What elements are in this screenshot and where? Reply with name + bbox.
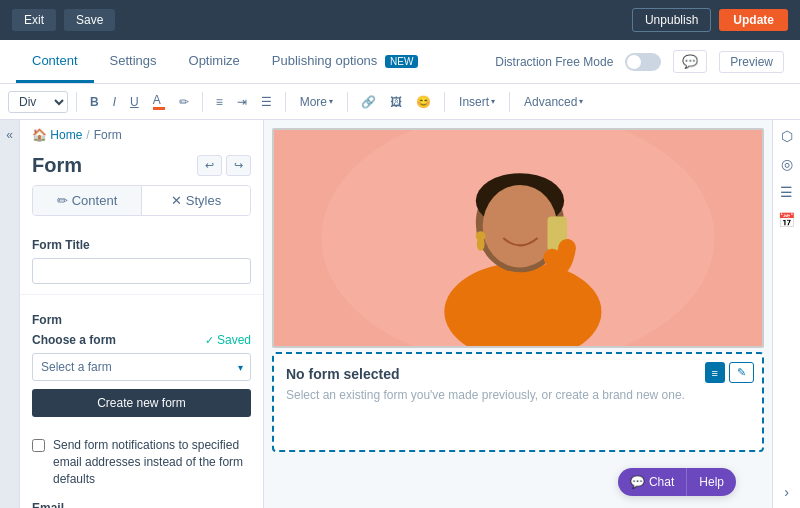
font-color-button[interactable]: A xyxy=(148,90,170,113)
create-form-button[interactable]: Create new form xyxy=(32,389,251,417)
svg-point-8 xyxy=(477,237,485,251)
editor-toolbar: Div B I U A ✏ ≡ ⇥ ☰ More ▾ 🔗 🖼 😊 Insert … xyxy=(0,84,800,120)
undo-button[interactable]: ↩ xyxy=(197,155,222,176)
chat-help-bar: 💬 Chat Help xyxy=(618,468,736,496)
tab-publishing[interactable]: Publishing options NEW xyxy=(256,41,435,83)
comment-icon-button[interactable]: 💬 xyxy=(673,50,707,73)
sidebar-icon-3[interactable]: ☰ xyxy=(780,184,793,200)
nav-tabs: Content Settings Optimize Publishing opt… xyxy=(0,40,800,84)
image-background xyxy=(274,130,762,346)
bold-button[interactable]: B xyxy=(85,92,104,112)
more-caret: ▾ xyxy=(329,97,333,106)
checkbox-label: Send form notifications to specified ema… xyxy=(53,437,251,487)
form-section-label: Form xyxy=(32,313,251,327)
tab-settings[interactable]: Settings xyxy=(94,41,173,83)
emoji-button[interactable]: 😊 xyxy=(411,92,436,112)
toolbar-sep-3 xyxy=(285,92,286,112)
tab-optimize[interactable]: Optimize xyxy=(173,41,256,83)
chat-button[interactable]: 💬 Chat xyxy=(618,468,686,496)
indent-button[interactable]: ⇥ xyxy=(232,92,252,112)
italic-button[interactable]: I xyxy=(108,92,121,112)
panel-tab-styles[interactable]: ✕ Styles xyxy=(142,186,250,215)
sidebar-collapse-button[interactable]: « xyxy=(0,120,20,508)
panel-tabs: ✏ Content ✕ Styles xyxy=(32,185,251,216)
choose-form-label: Choose a form xyxy=(32,333,116,347)
toolbar-sep-5 xyxy=(444,92,445,112)
styles-tab-label: Styles xyxy=(186,193,221,208)
underline-button[interactable]: U xyxy=(125,92,144,112)
notification-checkbox[interactable] xyxy=(32,439,45,452)
save-button[interactable]: Save xyxy=(64,9,115,31)
panel-actions: ↩ ↪ xyxy=(197,155,251,176)
insert-dropdown[interactable]: Insert ▾ xyxy=(453,92,501,112)
toolbar-sep-4 xyxy=(347,92,348,112)
form-title-section: Form Title xyxy=(20,228,263,294)
left-panel: 🏠 Home / Form Form ↩ ↪ ✏ Content ✕ Style… xyxy=(20,120,264,508)
exit-button[interactable]: Exit xyxy=(12,9,56,31)
toolbar-sep-6 xyxy=(509,92,510,112)
styles-tab-icon: ✕ xyxy=(171,193,182,208)
no-form-title: No form selected xyxy=(286,366,750,382)
top-bar-left: Exit Save xyxy=(12,9,115,31)
no-form-desc: Select an existing form you've made prev… xyxy=(286,388,750,402)
insert-label: Insert xyxy=(459,95,489,109)
font-color-icon: A xyxy=(153,93,165,107)
form-widget-actions: ≡ ✎ xyxy=(705,362,754,383)
panel-title: Form xyxy=(32,154,197,177)
block-type-select[interactable]: Div xyxy=(8,91,68,113)
main-layout: « 🏠 Home / Form Form ↩ ↪ ✏ Content ✕ Sty… xyxy=(0,120,800,508)
advanced-label: Advanced xyxy=(524,95,577,109)
chat-icon: 💬 xyxy=(630,475,645,489)
right-sidebar: ⬡ ◎ ☰ 📅 › xyxy=(772,120,800,508)
advanced-caret: ▾ xyxy=(579,97,583,106)
sidebar-icon-4[interactable]: 📅 xyxy=(778,212,795,228)
nav-tabs-right: Distraction Free Mode 💬 Preview xyxy=(495,50,784,73)
choose-form-row: Choose a form ✓ Saved xyxy=(32,333,251,347)
image-block[interactable] xyxy=(272,128,764,348)
align-content-button[interactable]: ≡ xyxy=(705,362,725,383)
form-title-label: Form Title xyxy=(32,238,251,252)
link-button[interactable]: 🔗 xyxy=(356,92,381,112)
list-button[interactable]: ☰ xyxy=(256,92,277,112)
sidebar-icon-1[interactable]: ⬡ xyxy=(781,128,793,144)
unpublish-button[interactable]: Unpublish xyxy=(632,8,711,32)
form-title-input[interactable] xyxy=(32,258,251,284)
preview-button[interactable]: Preview xyxy=(719,51,784,73)
redo-button[interactable]: ↪ xyxy=(226,155,251,176)
select-form-dropdown[interactable]: Select a farm xyxy=(32,353,251,381)
more-dropdown[interactable]: More ▾ xyxy=(294,92,339,112)
form-section: Form Choose a form ✓ Saved Select a farm… xyxy=(20,303,263,427)
check-icon: ✓ xyxy=(205,334,214,347)
content-scroll: ≡ ✎ No form selected Select an existing … xyxy=(264,120,772,508)
image-button[interactable]: 🖼 xyxy=(385,92,407,112)
sidebar-icon-2[interactable]: ◎ xyxy=(781,156,793,172)
breadcrumb-current: Form xyxy=(94,128,122,142)
panel-tab-content[interactable]: ✏ Content xyxy=(33,186,141,215)
tab-content[interactable]: Content xyxy=(16,41,94,83)
breadcrumb: 🏠 Home / Form xyxy=(20,120,263,150)
saved-label: Saved xyxy=(217,333,251,347)
toolbar-sep-1 xyxy=(76,92,77,112)
advanced-dropdown[interactable]: Advanced ▾ xyxy=(518,92,589,112)
highlight-button[interactable]: ✏ xyxy=(174,92,194,112)
update-button[interactable]: Update xyxy=(719,9,788,31)
checkbox-row: Send form notifications to specified ema… xyxy=(20,427,263,497)
content-tab-icon: ✏ xyxy=(57,193,68,208)
collapse-icon: « xyxy=(6,128,13,142)
sidebar-expand-icon[interactable]: › xyxy=(784,484,789,500)
section-divider-1 xyxy=(20,294,263,295)
panel-title-row: Form ↩ ↪ xyxy=(20,150,263,185)
email-label: Email xyxy=(20,497,263,508)
more-label: More xyxy=(300,95,327,109)
color-underline xyxy=(153,107,165,110)
saved-badge: ✓ Saved xyxy=(205,333,251,347)
form-widget-block[interactable]: ≡ ✎ No form selected Select an existing … xyxy=(272,352,764,452)
hero-image-svg xyxy=(274,130,762,346)
chat-label: Chat xyxy=(649,475,674,489)
align-button[interactable]: ≡ xyxy=(211,92,228,112)
help-button[interactable]: Help xyxy=(686,468,736,496)
insert-caret: ▾ xyxy=(491,97,495,106)
edit-form-button[interactable]: ✎ xyxy=(729,362,754,383)
breadcrumb-home[interactable]: 🏠 Home xyxy=(32,128,82,142)
distraction-free-toggle[interactable] xyxy=(625,53,661,71)
